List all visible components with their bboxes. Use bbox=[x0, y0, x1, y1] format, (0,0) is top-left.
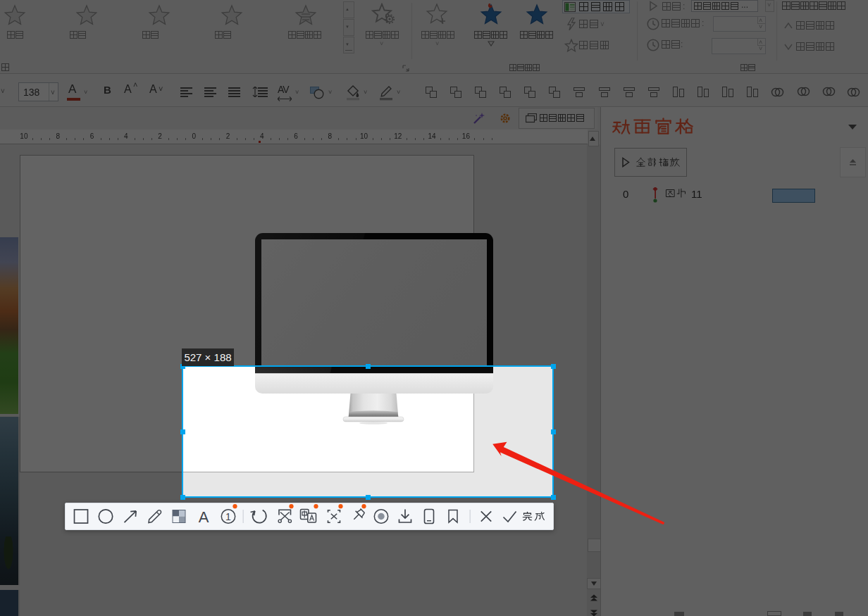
svg-text:A: A bbox=[199, 508, 209, 526]
svg-text:1: 1 bbox=[225, 511, 231, 522]
